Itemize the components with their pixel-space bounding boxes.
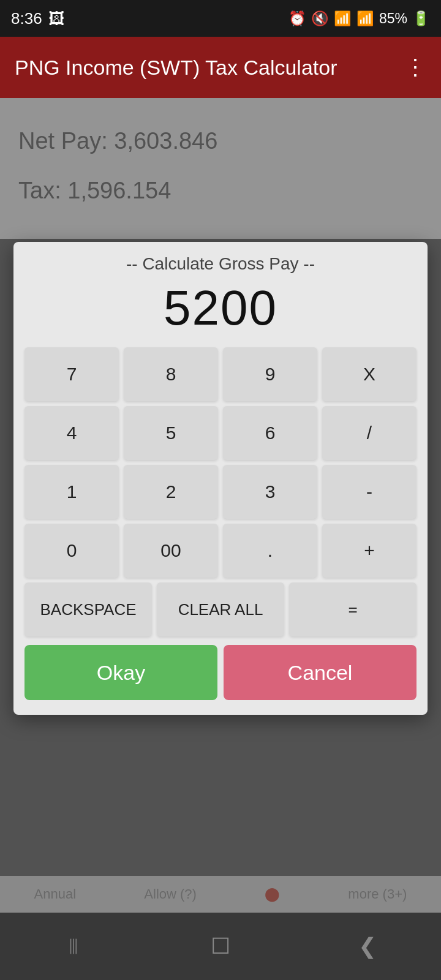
btn-divide[interactable]: / xyxy=(322,406,417,460)
wifi-icon: 📶 xyxy=(334,10,352,27)
btn-7[interactable]: 7 xyxy=(24,347,119,401)
btn-8[interactable]: 8 xyxy=(124,347,218,401)
calc-grid-row2: 4 5 6 / xyxy=(24,406,417,460)
okay-button[interactable]: Okay xyxy=(24,645,217,700)
status-bar: 8:36 🖼 ⏰ 🔇 📶 📶 85% 🔋 xyxy=(0,0,441,37)
status-left: 8:36 🖼 xyxy=(11,9,64,28)
btn-subtract[interactable]: - xyxy=(322,465,417,519)
btn-decimal[interactable]: . xyxy=(223,524,317,578)
btn-3[interactable]: 3 xyxy=(223,465,317,519)
btn-2[interactable]: 2 xyxy=(124,465,218,519)
status-right: ⏰ 🔇 📶 📶 85% 🔋 xyxy=(288,10,430,27)
btn-multiply[interactable]: X xyxy=(322,347,417,401)
gallery-icon: 🖼 xyxy=(48,9,64,28)
btn-add[interactable]: + xyxy=(322,524,417,578)
cancel-button[interactable]: Cancel xyxy=(224,645,417,700)
calculator-display: 5200 xyxy=(24,280,417,336)
calc-bottom-row: BACKSPACE CLEAR ALL = xyxy=(24,582,417,636)
calculator-dialog: -- Calculate Gross Pay -- 5200 7 8 9 X 4… xyxy=(13,242,428,715)
btn-00[interactable]: 00 xyxy=(124,524,218,578)
app-bar: PNG Income (SWT) Tax Calculator ⋮ xyxy=(0,37,441,98)
alarm-icon: ⏰ xyxy=(288,10,306,27)
btn-5[interactable]: 5 xyxy=(124,406,218,460)
btn-backspace[interactable]: BACKSPACE xyxy=(24,582,152,636)
calc-grid-row4: 0 00 . + xyxy=(24,524,417,578)
dialog-title: -- Calculate Gross Pay -- xyxy=(24,254,417,274)
btn-clear-all[interactable]: CLEAR ALL xyxy=(157,582,284,636)
btn-equals[interactable]: = xyxy=(289,582,417,636)
battery-icon: 🔋 xyxy=(412,10,430,27)
btn-1[interactable]: 1 xyxy=(24,465,119,519)
calc-grid-row3: 1 2 3 - xyxy=(24,465,417,519)
btn-6[interactable]: 6 xyxy=(223,406,317,460)
signal-icon: 📶 xyxy=(356,10,374,27)
more-options-icon[interactable]: ⋮ xyxy=(404,55,426,80)
calc-grid-row1: 7 8 9 X xyxy=(24,347,417,401)
status-time: 8:36 xyxy=(11,9,42,28)
app-bar-title: PNG Income (SWT) Tax Calculator xyxy=(15,56,337,80)
btn-0[interactable]: 0 xyxy=(24,524,119,578)
battery-text: 85% xyxy=(379,10,407,27)
btn-9[interactable]: 9 xyxy=(223,347,317,401)
btn-4[interactable]: 4 xyxy=(24,406,119,460)
dialog-actions: Okay Cancel xyxy=(24,645,417,700)
mute-icon: 🔇 xyxy=(311,10,329,27)
